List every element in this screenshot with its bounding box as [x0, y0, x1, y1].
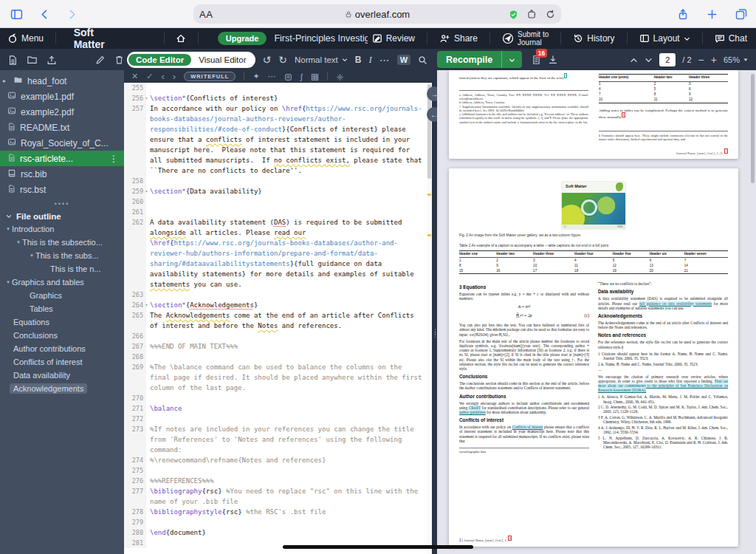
file-tree-item[interactable]: rsc.bib [0, 166, 124, 182]
code-line[interactable]: 257In accordance with our policy on \hre… [124, 103, 432, 176]
outline-item[interactable]: Tables [0, 302, 124, 315]
file-outline-header[interactable]: File outline [0, 211, 124, 222]
editor-scrollbar[interactable] [427, 83, 432, 554]
kebab-menu-icon[interactable]: ⋮ [109, 154, 124, 164]
code-line[interactable]: 260 [124, 196, 432, 207]
code-line[interactable]: 277\bibliography{rsc} %You need to repla… [124, 486, 432, 507]
content-blocker-shield-icon[interactable] [509, 7, 518, 21]
zoom-level-dropdown[interactable]: 65% [724, 55, 749, 64]
share-button[interactable]: Share [435, 28, 482, 49]
rename-button[interactable] [95, 53, 106, 66]
tabs-overview-button[interactable] [735, 7, 747, 20]
writefull-next-button[interactable]: › [173, 71, 176, 82]
browser-share-button[interactable] [677, 7, 689, 20]
code-line[interactable]: 261 [124, 207, 432, 217]
pdf-link[interactable]: CRediT [469, 406, 481, 410]
fold-arrow-icon[interactable]: ▾ [145, 186, 148, 196]
file-tree-item[interactable]: rsc-articlete...⋮ [0, 151, 124, 166]
next-page-button[interactable] [645, 53, 653, 66]
visual-editor-tab[interactable]: Visual Editor [191, 54, 253, 66]
reload-icon[interactable] [546, 7, 555, 21]
code-line[interactable]: 267%%%END OF MAIN TEXT%%% [124, 341, 432, 352]
new-folder-button[interactable] [27, 53, 38, 66]
upload-button[interactable] [47, 53, 57, 66]
code-line[interactable]: 268 [124, 352, 432, 362]
file-tree-item[interactable]: rsc.bst [0, 182, 124, 197]
code-line[interactable]: 264▾\section*{Acknowledgements} [124, 300, 432, 310]
writefull-accept-button[interactable]: ✓ [146, 72, 153, 81]
history-button[interactable]: History [568, 28, 619, 49]
home-indicator[interactable] [283, 545, 473, 549]
code-line[interactable]: 263 [124, 290, 432, 300]
code-line[interactable]: 265The Acknowledgements come at the end … [124, 310, 432, 331]
browser-forward-button[interactable] [66, 7, 78, 20]
outline-item[interactable]: ▾Introduction [0, 222, 124, 236]
writefull-label[interactable]: WRITEFULL [184, 72, 236, 81]
outline-item[interactable]: This is the n... [0, 262, 124, 276]
outline-item[interactable]: Conflicts of interest [0, 355, 124, 369]
code-editor-tab[interactable]: Code Editor [128, 54, 191, 66]
panel-divider[interactable]: → ← ⋮⋮ [432, 70, 437, 554]
code-line[interactable]: 262A data availability statement (DAS) i… [124, 217, 432, 290]
outline-item[interactable]: Conclusions [0, 329, 124, 342]
home-button[interactable] [171, 28, 190, 49]
file-tree-item[interactable]: ▸head_foot [0, 73, 124, 89]
code-line[interactable]: 270 [124, 393, 432, 403]
writefull-equation-icon[interactable]: ∫ [300, 72, 303, 81]
paragraph-style-dropdown[interactable]: Normal text [295, 55, 348, 64]
code-area[interactable]: 255 256▾\section*{Conflicts of interest}… [124, 83, 432, 554]
writefull-dots-icon[interactable]: ⋯ [268, 72, 276, 81]
layout-button[interactable]: Layout [635, 28, 695, 49]
code-line[interactable]: 276%%%REFERENCES%%% [124, 476, 432, 486]
reader-aa-button[interactable]: AA [199, 9, 213, 20]
new-file-button[interactable] [7, 53, 18, 66]
code-line[interactable]: 256▾\section*{Conflicts of interest} [124, 93, 432, 103]
file-tree-item[interactable]: example1.pdf [0, 89, 124, 104]
code-line[interactable]: 273%If notes are included in your refere… [124, 424, 432, 455]
file-tree-item[interactable]: README.txt [0, 120, 124, 135]
code-line[interactable]: 255 [124, 83, 432, 93]
fold-arrow-icon[interactable]: ▾ [145, 300, 148, 310]
compile-log-button[interactable]: 16 [532, 53, 541, 66]
chat-button[interactable]: Chat [710, 28, 756, 49]
recompile-button[interactable]: Recompile [437, 51, 522, 68]
outline-item[interactable]: Data availability [0, 369, 124, 382]
file-tree-item[interactable]: Royal_Society_of_C... [0, 135, 124, 151]
outline-item[interactable]: Equations [0, 315, 124, 329]
file-tree-item[interactable]: example2.pdf [0, 104, 124, 120]
pdf-preview-panel[interactable]: tioned (unless they are equations, which… [437, 70, 756, 554]
pdf-link[interactable]: author guidelines [459, 410, 486, 414]
search-button[interactable] [418, 53, 427, 66]
outline-item[interactable]: ▾Graphics and tables [0, 276, 124, 289]
code-line[interactable]: 258 [124, 176, 432, 186]
pdf-link[interactable]: full guidance on data availability state… [639, 301, 712, 306]
download-pdf-button[interactable] [548, 53, 558, 66]
fold-arrow-icon[interactable]: ▾ [145, 93, 148, 103]
browser-back-button[interactable] [39, 7, 50, 20]
divider-drag-handle[interactable]: ⋮⋮ [432, 330, 437, 336]
address-bar[interactable]: AA overleaf.com [193, 4, 561, 24]
code-line[interactable]: 271\balance [124, 403, 432, 414]
panel-resize-handle[interactable]: •••• [0, 200, 124, 211]
upgrade-button[interactable]: Upgrade [218, 32, 267, 45]
code-line[interactable]: 278\bibliographystyle{rsc} %the RSC's .b… [124, 507, 432, 517]
code-line[interactable]: 266 [124, 331, 432, 341]
zoom-out-button[interactable]: − [698, 54, 704, 66]
writefull-prev-button[interactable]: ‹ [161, 71, 164, 82]
writefull-suggest-icon[interactable]: ✦ [252, 72, 259, 81]
code-line[interactable]: 259▾\section*{Data availability} [124, 186, 432, 196]
code-line[interactable]: 272 [124, 414, 432, 424]
writefull-reject-button[interactable]: ✕ [131, 72, 138, 81]
pdf-link[interactable]: Conflicts of interest [512, 425, 543, 429]
code-line[interactable]: 279 [124, 517, 432, 527]
redo-button[interactable]: ↻ [278, 54, 287, 66]
code-line[interactable]: 280\end{document} [124, 527, 432, 538]
more-tools-button[interactable]: ⋯ [379, 54, 390, 66]
undo-button[interactable]: ↺ [263, 54, 272, 66]
italic-button[interactable]: I [368, 54, 371, 66]
page-number-input[interactable]: 2 [659, 53, 676, 66]
code-line[interactable]: 274%\renewcommand\refname{Notes and refe… [124, 455, 432, 465]
outline-item[interactable]: ▾This is the subsectio... [0, 236, 124, 249]
zoom-in-button[interactable]: + [711, 54, 717, 66]
review-button[interactable]: Review [368, 28, 419, 49]
